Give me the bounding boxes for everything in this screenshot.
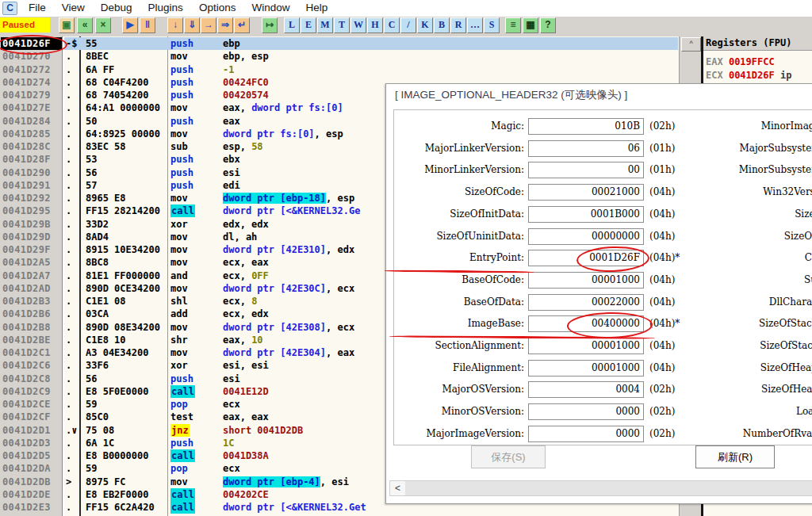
address-cell[interactable]: 0041D2DA	[2, 462, 60, 475]
address-cell[interactable]: 0041D284	[2, 115, 60, 128]
disasm-row[interactable]: 0041D270.8BECmovebp, esp	[0, 50, 678, 63]
address-cell[interactable]: 0041D2DE	[2, 488, 60, 501]
address-cell[interactable]: 0041D279	[2, 89, 60, 101]
executables-window-button[interactable]: E	[301, 17, 316, 33]
memory-window-button[interactable]: M	[317, 17, 333, 33]
field-input[interactable]: 00000000	[528, 228, 644, 245]
field-input[interactable]: 00021000	[528, 184, 644, 201]
field-input[interactable]: 0000	[528, 403, 644, 420]
field-input[interactable]: 00001000	[528, 272, 644, 289]
address-cell[interactable]: 0041D2A5	[2, 256, 60, 269]
field-input[interactable]: 0001B000	[528, 206, 644, 223]
palette-button[interactable]: ▦	[523, 17, 538, 33]
menu-item-window[interactable]: Window	[243, 0, 297, 16]
address-cell[interactable]: 0041D2D3	[2, 437, 60, 449]
handles-window-button[interactable]: H	[367, 17, 383, 33]
call-stack-window-button[interactable]: K	[417, 17, 433, 33]
address-cell[interactable]: 0041D2C6	[2, 359, 60, 372]
address-cell[interactable]: 0041D29F	[2, 243, 60, 256]
step-over-button[interactable]: →	[201, 17, 216, 33]
address-cell[interactable]: 0041D2BE	[2, 334, 60, 346]
address-cell[interactable]: 0041D295	[2, 204, 60, 217]
restart-button[interactable]: «	[77, 17, 93, 33]
menu-item-help[interactable]: Help	[297, 0, 335, 16]
address-cell[interactable]: 0041D29D	[2, 231, 60, 243]
animate-over-button[interactable]: ⇒	[217, 17, 233, 33]
bytes-cell: E8 5F0E0000	[86, 385, 166, 398]
field-input[interactable]: 00022000	[528, 294, 644, 311]
breakpoints-window-button[interactable]: B	[434, 17, 450, 33]
address-cell[interactable]: 0041D291	[2, 179, 60, 192]
address-cell[interactable]: 0041D2D5	[2, 449, 60, 462]
menu-item-plugins[interactable]: Plugins	[140, 0, 191, 16]
field-input[interactable]: 06	[528, 140, 644, 157]
scroll-left-icon[interactable]: <	[390, 481, 405, 495]
address-cell[interactable]: 0041D26F	[1, 37, 62, 50]
address-cell[interactable]: 0041D28C	[2, 140, 60, 153]
menu-item-view[interactable]: View	[54, 0, 93, 16]
field-input[interactable]: 00	[528, 162, 644, 178]
field-input[interactable]: 010B	[528, 118, 644, 135]
address-cell[interactable]: 0041D2C9	[2, 385, 60, 398]
windows-window-button[interactable]: W	[350, 17, 366, 33]
address-cell[interactable]: 0041D2B6	[2, 308, 60, 320]
log-window-button[interactable]: L	[284, 17, 300, 33]
disasm-row[interactable]: 0041D26F-$55pushebp	[0, 37, 678, 50]
go-to-button[interactable]: ↦	[262, 17, 278, 33]
field-input[interactable]: 0001D26F	[528, 250, 644, 266]
address-cell[interactable]: 0041D292	[2, 192, 60, 204]
run-trace-window-button[interactable]: …	[467, 17, 483, 33]
save-button[interactable]: 保存(S)	[471, 445, 546, 468]
address-cell[interactable]: 0041D2DB	[2, 476, 60, 488]
register-row[interactable]: ECX 0041D26F ip	[706, 69, 791, 82]
menu-item-debug[interactable]: Debug	[93, 0, 140, 16]
close-button[interactable]: ×	[95, 17, 111, 33]
menu-item-file[interactable]: File	[21, 0, 54, 16]
register-row[interactable]: EAX 0019FFCC	[706, 55, 775, 68]
help-button[interactable]: ?	[540, 17, 556, 33]
address-cell[interactable]: 0041D285	[2, 128, 60, 140]
source-window-button[interactable]: S	[484, 17, 500, 33]
address-cell[interactable]: 0041D274	[2, 76, 60, 89]
dialog-horizontal-scrollbar[interactable]: <	[389, 480, 812, 496]
scroll-up-icon[interactable]: ^	[681, 37, 701, 52]
run-button[interactable]: ▶	[122, 17, 138, 33]
address-cell[interactable]: 0041D2CE	[2, 398, 60, 411]
field-label: BaseOfCode:	[394, 272, 524, 289]
address-cell[interactable]: 0041D2A7	[2, 269, 60, 282]
field-input[interactable]: 0000	[528, 426, 644, 442]
field-input[interactable]: 00001000	[528, 360, 644, 376]
threads-window-button[interactable]: T	[334, 17, 350, 33]
field-input[interactable]: 0004	[528, 381, 644, 398]
animate-into-button[interactable]: ⇓	[184, 17, 200, 33]
disasm-row[interactable]: 0041D272.6A FFpush-1	[0, 63, 678, 76]
address-cell[interactable]: 0041D29B	[2, 218, 60, 231]
step-into-button[interactable]: ↓	[167, 17, 183, 33]
patches-window-button[interactable]: /	[400, 17, 416, 33]
address-cell[interactable]: 0041D2E3	[2, 501, 60, 514]
address-cell[interactable]: 0041D28F	[2, 153, 60, 166]
address-cell[interactable]: 0041D2B8	[2, 321, 60, 334]
address-cell[interactable]: 0041D2AD	[2, 282, 60, 295]
field-input[interactable]: 00001000	[528, 338, 644, 354]
cpu-window-button[interactable]: C	[384, 17, 400, 33]
field-input[interactable]: 00400000	[528, 315, 644, 332]
open-file-button[interactable]: ▣	[59, 17, 75, 33]
address-cell[interactable]: 0041D270	[2, 50, 60, 63]
address-cell[interactable]: 0041D2C1	[2, 346, 60, 359]
address-cell[interactable]: 0041D290	[2, 166, 60, 179]
address-cell[interactable]: 0041D27E	[2, 101, 60, 114]
address-cell[interactable]: 0041D2CF	[2, 411, 60, 423]
references-window-button[interactable]: R	[450, 17, 466, 33]
appearance-button[interactable]: ≡	[505, 17, 521, 33]
address-cell[interactable]: 0041D2B3	[2, 295, 60, 308]
address-cell[interactable]: 0041D272	[2, 63, 60, 76]
pause-button[interactable]: ‖	[140, 17, 155, 33]
menu-item-options[interactable]: Options	[191, 0, 244, 16]
address-cell[interactable]: 0041D2D1	[2, 424, 60, 437]
execute-till-return-button[interactable]: ↵	[234, 17, 250, 33]
flag-cell: .	[66, 76, 79, 89]
refresh-button[interactable]: 刷新(R)	[695, 445, 775, 468]
register-value: 0041D26F	[729, 70, 775, 81]
address-cell[interactable]: 0041D2C8	[2, 373, 60, 385]
